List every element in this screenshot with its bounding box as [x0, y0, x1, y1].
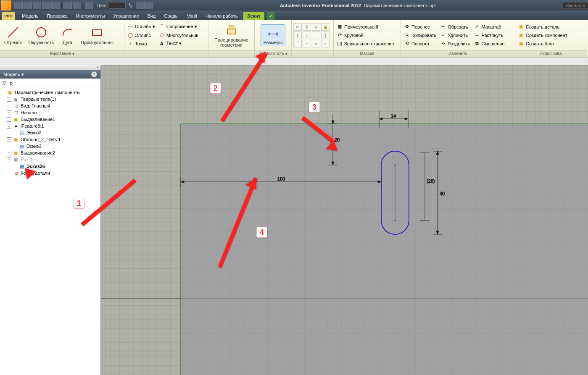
array-rect-button[interactable]: ▦Прямоугольный — [335, 23, 395, 31]
c-fix-icon[interactable]: 🔒 — [321, 23, 330, 31]
qat-update-icon[interactable] — [73, 2, 81, 9]
c-concentric-icon[interactable]: ◎ — [312, 23, 320, 31]
tab-sketch[interactable]: Эскиз — [243, 12, 265, 20]
app-icon[interactable] — [1, 0, 11, 10]
split-button[interactable]: ⊹Разделить — [439, 40, 471, 47]
tree-ifeature[interactable]: −♦iFeature8:1 — [1, 123, 100, 129]
tab-model[interactable]: Модель — [18, 12, 42, 20]
line-button[interactable]: Отрезок — [2, 25, 24, 46]
model-tree: ▣Параматрические компоненты +▣Твердые те… — [0, 87, 100, 178]
circle-button[interactable]: Окружность — [26, 25, 56, 46]
c-parallel-icon[interactable]: ∥ — [293, 31, 302, 39]
browser-close-icon[interactable]: × — [0, 65, 100, 70]
qat-save-icon[interactable] — [33, 2, 41, 9]
tab-environments[interactable]: Среды — [160, 12, 182, 20]
create-comp-button[interactable]: ▣Создать компонент — [517, 31, 568, 39]
qat-undo-icon[interactable] — [42, 2, 50, 9]
c-tangent-icon[interactable]: ⌒ — [293, 40, 302, 47]
finish-sketch-icon[interactable]: ✓ — [267, 12, 274, 20]
annotation-4: 4 — [256, 227, 267, 238]
group-constrain: ⊙ ∥ ◎ 🔒 ∥ ⊥ ═ ║ ⌒ ~ ⇔ = — [292, 20, 334, 57]
copy-button[interactable]: ⎘Копировать — [403, 31, 437, 39]
find-icon[interactable]: ⌕ — [10, 80, 13, 86]
spline-button[interactable]: 〰Сплайн ▾ — [126, 23, 156, 31]
qat-mat-icon[interactable] — [85, 2, 93, 9]
stretch-button[interactable]: ↔Растянуть — [473, 31, 506, 39]
tree-view[interactable]: ⊞Вид: Главный — [1, 102, 100, 109]
group-create: ▣Создать деталь ▣Создать компонент ▣Созд… — [515, 20, 587, 57]
tab-inspect[interactable]: Проверка — [42, 12, 71, 20]
c-vert-icon[interactable]: ║ — [321, 31, 330, 39]
tab-tools[interactable]: Инструменты — [72, 12, 109, 20]
tree-paz[interactable]: −▣Paz:1 — [1, 156, 100, 163]
ellipse-button[interactable]: ◯Эллипс — [126, 31, 156, 39]
scale-button[interactable]: ⤢Масштаб — [473, 23, 506, 31]
polygon-button[interactable]: ⬠Многоугольник — [158, 31, 199, 39]
c-coincident-icon[interactable]: ⊙ — [293, 23, 302, 31]
ellipse-icon: ◯ — [127, 32, 134, 39]
qat-extra-2[interactable] — [144, 2, 153, 9]
move-button[interactable]: ✥Перенос — [403, 23, 437, 31]
tree-root[interactable]: ▣Параматрические компоненты — [1, 89, 100, 96]
c-equal-icon[interactable]: = — [321, 40, 330, 47]
tab-view[interactable]: Вид — [143, 12, 160, 20]
tree-extrude2[interactable]: +▣Выдавливание2 — [1, 149, 100, 156]
mirror-button[interactable]: ▯▯Зеркальное отражение — [335, 40, 395, 47]
qat-redo-icon[interactable] — [51, 2, 60, 9]
tree-sketch2[interactable]: ▤Эскиз2 — [1, 129, 100, 136]
pro-badge[interactable]: PRO — [2, 12, 15, 20]
c-collinear-icon[interactable]: ∥ — [303, 23, 311, 31]
tab-manage[interactable]: Управление — [109, 12, 143, 20]
rotate-button[interactable]: ⟲Поворот — [403, 40, 437, 47]
text-button[interactable]: AТекст ▾ — [158, 40, 199, 47]
svg-line-0 — [8, 27, 18, 37]
tree-obround[interactable]: −▣Obround_2_fillets:1 — [1, 136, 100, 143]
fillet-button[interactable]: ⌒Сопряжение ▾ — [158, 23, 199, 31]
create-block-button[interactable]: ▣Создать блок — [517, 40, 568, 47]
qat-select-icon[interactable] — [63, 2, 72, 9]
extend-icon: → — [440, 32, 446, 39]
color-dropdown[interactable] — [109, 2, 126, 9]
stretch-icon: ↔ — [474, 32, 480, 39]
tree-sketch3[interactable]: ▤Эскиз3 — [1, 143, 100, 149]
tab-vault[interactable]: Vault — [183, 12, 201, 20]
tree-end[interactable]: ⊘Конец детали — [1, 170, 100, 176]
offset-button[interactable]: ⧉Смещение — [473, 40, 506, 47]
trim-icon: ✂ — [440, 24, 446, 30]
tree-sketch26[interactable]: ▤Эскиз26 — [1, 163, 100, 170]
c-sym-icon[interactable]: ⇔ — [312, 40, 320, 47]
tab-getstarted[interactable]: Начало работы — [201, 12, 243, 20]
c-perp-icon[interactable]: ⊥ — [303, 31, 311, 39]
point-button[interactable]: +Точка — [126, 40, 156, 47]
project-geometry-button[interactable]: Проецированиегеометрии — [212, 22, 251, 48]
c-horiz-icon[interactable]: ═ — [312, 31, 320, 39]
fx-icon[interactable]: fx — [129, 2, 133, 8]
array-circ-button[interactable]: ⟳Круговой — [335, 31, 395, 39]
qat-new-icon[interactable] — [14, 2, 23, 9]
extend-button[interactable]: →Удлинить — [439, 31, 471, 39]
browser-header[interactable]: Модель ▾? — [0, 70, 100, 79]
sketch-canvas[interactable]: 14 20 100 (26) 40 — [101, 65, 588, 375]
create-part-button[interactable]: ▣Создать деталь — [517, 23, 568, 31]
fillet-icon: ⌒ — [158, 24, 165, 30]
tree-bodies[interactable]: +▣Твердые тела(1) — [1, 96, 100, 102]
title-bar: Цвет fx Autodesk Inventor Professional 2… — [0, 0, 588, 10]
comp-icon: ▣ — [518, 32, 525, 39]
help-search-input[interactable]: Введите — [563, 2, 588, 9]
arc-button[interactable]: Дуга — [58, 25, 76, 46]
dim-14: 14 — [391, 113, 396, 118]
annotation-1: 1 — [74, 198, 84, 209]
svg-marker-26 — [332, 121, 334, 124]
c-smooth-icon[interactable]: ~ — [303, 40, 311, 47]
dim-26: (26) — [427, 178, 435, 184]
qat-open-icon[interactable] — [24, 2, 32, 9]
dimension-button[interactable]: Размеры — [261, 24, 286, 46]
help-icon[interactable]: ? — [91, 71, 97, 77]
filter-icon[interactable]: ▽ — [3, 80, 6, 86]
tree-extrude1[interactable]: +▣Выдавливание1 — [1, 116, 100, 123]
tree-origin[interactable]: +⊡Начало — [1, 109, 100, 116]
rectangle-button[interactable]: Прямоугольник — [78, 25, 116, 46]
qat-extra-1[interactable] — [136, 2, 144, 9]
svg-rect-4 — [229, 26, 234, 29]
trim-button[interactable]: ✂Обрезать — [439, 23, 471, 31]
